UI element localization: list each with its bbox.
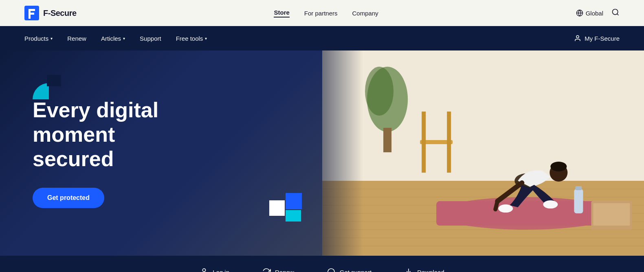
svg-line-4 [617,13,619,15]
nav-support[interactable]: Support [140,35,161,42]
svg-rect-26 [447,144,451,173]
svg-rect-9 [286,210,301,222]
products-chevron-icon: ▾ [51,36,53,41]
bottom-support[interactable]: Get support [327,268,371,272]
nav-articles[interactable]: Articles ▾ [101,35,125,42]
hero-left-panel: Every digital moment secured Get protect… [0,50,322,256]
download-icon [404,268,413,272]
brand-mark-top [33,75,61,99]
svg-rect-32 [593,203,630,226]
svg-point-43 [202,269,205,272]
svg-line-39 [495,201,497,209]
bottom-renew[interactable]: Renew [262,268,294,272]
logo-text: F-Secure [43,9,77,18]
bottom-download[interactable]: Download [404,268,444,272]
hero-image [322,50,644,256]
svg-rect-23 [383,128,391,152]
logo[interactable]: F-Secure [24,6,77,20]
support-label: Get support [340,269,371,272]
nav-free-tools[interactable]: Free tools ▾ [176,35,207,42]
svg-rect-8 [286,193,302,209]
hero-section: Every digital moment secured Get protect… [0,50,644,256]
bottom-bar: Log in Renew Get support Download [0,256,644,272]
svg-rect-25 [422,144,426,173]
svg-rect-7 [269,200,285,216]
renew-label: Renew [275,269,294,272]
svg-rect-33 [574,189,583,213]
svg-rect-27 [422,112,426,144]
person-icon [574,35,581,42]
globe-icon [576,9,583,17]
top-nav-store[interactable]: Store [274,9,289,18]
my-account-label: My F-Secure [585,35,620,42]
hero-title-line1: Every digital [33,98,158,122]
global-selector[interactable]: Global [576,9,603,17]
nav-support-label: Support [140,35,161,42]
get-protected-button[interactable]: Get protected [33,188,104,208]
nav-free-tools-label: Free tools [176,35,203,42]
nav-products-label: Products [24,35,48,42]
nav-articles-label: Articles [101,35,121,42]
global-label: Global [586,10,603,17]
main-navigation: Products ▾ Renew Articles ▾ Support Free… [0,26,644,50]
svg-point-41 [543,200,558,208]
articles-chevron-icon: ▾ [123,36,125,41]
top-nav-right: Global [576,8,620,18]
svg-point-40 [498,204,513,213]
svg-point-37 [550,162,567,171]
search-icon [611,8,620,16]
svg-point-3 [612,9,618,14]
main-nav-links: Products ▾ Renew Articles ▾ Support Free… [24,35,207,42]
nav-renew-label: Renew [67,35,86,42]
top-nav-links: Store For partners Company [274,9,378,18]
svg-rect-28 [447,112,451,144]
my-account-button[interactable]: My F-Secure [574,35,620,42]
support-icon [327,268,336,272]
login-icon [200,268,209,272]
free-tools-chevron-icon: ▾ [205,36,207,41]
svg-rect-6 [47,75,61,86]
nav-products[interactable]: Products ▾ [24,35,53,42]
f-secure-logo-icon [24,6,39,20]
renew-icon [262,268,271,272]
hero-title-line2: moment [33,123,115,146]
brand-mark-bottom [269,193,302,223]
svg-rect-34 [575,186,582,190]
svg-rect-42 [322,50,363,256]
svg-point-22 [365,67,393,116]
hero-title: Every digital moment secured [33,98,290,171]
svg-point-5 [576,35,579,38]
top-navigation: F-Secure Store For partners Company Glob… [0,0,644,26]
login-label: Log in [213,269,229,272]
top-nav-partners[interactable]: For partners [304,10,338,17]
bottom-login[interactable]: Log in [200,268,229,272]
search-button[interactable] [611,8,620,18]
hero-right-panel [322,50,644,256]
download-label: Download [417,269,444,272]
hero-title-line3: secured [33,147,114,171]
nav-renew[interactable]: Renew [67,35,86,42]
svg-rect-30 [436,201,615,226]
top-nav-company[interactable]: Company [352,10,378,17]
